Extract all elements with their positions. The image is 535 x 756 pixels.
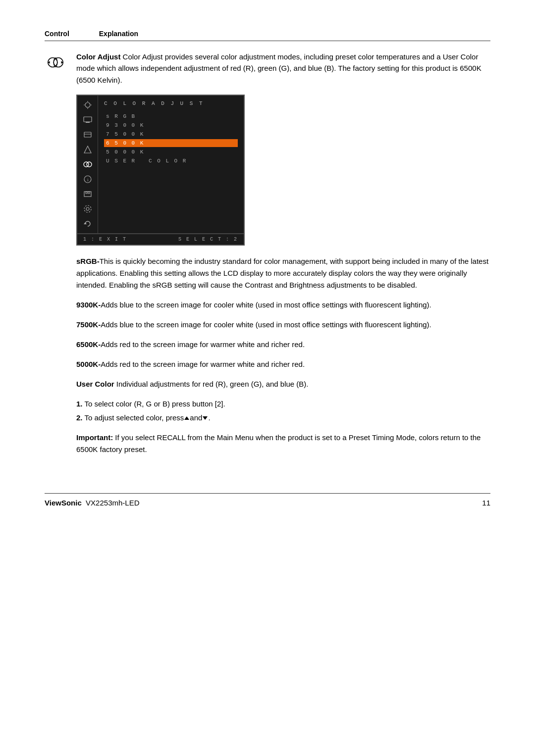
explanation-col-header: Explanation [99,30,138,38]
svg-point-21 [84,205,91,212]
osd-left-icons: i [77,96,98,233]
color-adjust-icon [46,53,65,72]
down-arrow-icon [203,416,208,420]
5000k-paragraph: 5000K-Adds red to the screen image for w… [76,358,490,370]
svg-marker-22 [84,222,87,224]
svg-rect-8 [84,117,92,122]
svg-point-20 [86,207,89,210]
svg-marker-12 [84,146,91,153]
osd-menu-panel: C O L O R A D J U S T s R G B 9 3 0 0 K … [98,96,244,233]
6500k-paragraph: 6500K-Adds red to the screen image for w… [76,339,490,351]
table-header: Control Explanation [45,30,490,41]
osd-icon-9 [82,218,93,229]
color-adjust-icon-area [45,51,66,72]
7500k-paragraph: 7500K-Adds blue to the screen image for … [76,319,490,331]
osd-icon-7 [82,189,93,200]
intro-paragraph: Color Adjust Color Adjust provides sever… [76,51,490,86]
osd-icon-3 [82,129,93,140]
osd-title: C O L O R A D J U S T [104,101,238,106]
osd-menu-item-usercolor: U S E R C O L O R [104,157,238,165]
osd-top-bar: i C O L O R [77,96,244,234]
osd-bottom-bar: 1 : E X I T S E L E C T : 2 [77,234,244,245]
step1: 1. To select color (R, G or B) press but… [76,398,490,410]
svg-text:i: i [87,177,89,182]
osd-icon-5-active [82,159,93,170]
up-arrow-icon [184,416,189,420]
osd-icon-8 [82,203,93,214]
osd-icon-4 [82,144,93,155]
svg-rect-10 [84,132,91,137]
osd-icon-1 [82,100,93,110]
footer-brand: ViewSonic VX2253mh-LED [45,499,140,507]
osd-exit-label: 1 : E X I T [83,237,127,242]
footer: ViewSonic VX2253mh-LED 11 [45,493,490,507]
srgb-paragraph: sRGB-This is quickly becoming the indust… [76,255,490,291]
osd-menu-item-5000k: 5 0 0 0 K [104,148,238,156]
9300k-paragraph: 9300K-Adds blue to the screen image for … [76,299,490,311]
osd-icon-2 [82,114,93,125]
svg-point-14 [87,162,92,167]
user-color-paragraph: User Color Individual adjustments for re… [76,378,490,390]
svg-rect-9 [86,122,90,123]
footer-page-number: 11 [482,499,490,507]
svg-point-3 [85,102,90,107]
osd-select-label: S E L E C T : 2 [178,237,238,242]
osd-mockup: i C O L O R [76,95,245,246]
svg-rect-19 [88,192,90,194]
step2: 2. To adjust selected color, pressand. [76,412,490,424]
osd-menu-item-6500k: 6 5 0 0 K [104,139,238,147]
osd-menu-item-srgb: s R G B [104,112,238,120]
color-adjust-section: Color Adjust Color Adjust provides sever… [45,51,490,463]
svg-rect-18 [86,192,87,194]
important-paragraph: Important: If you select RECALL from the… [76,432,490,455]
osd-menu-item-7500k: 7 5 0 0 K [104,130,238,138]
osd-menu-item-9300k: 9 3 0 0 K [104,121,238,129]
osd-icon-6: i [82,174,93,185]
svg-rect-17 [84,192,91,197]
color-adjust-content: Color Adjust Color Adjust provides sever… [76,51,490,463]
control-col-header: Control [45,30,69,38]
